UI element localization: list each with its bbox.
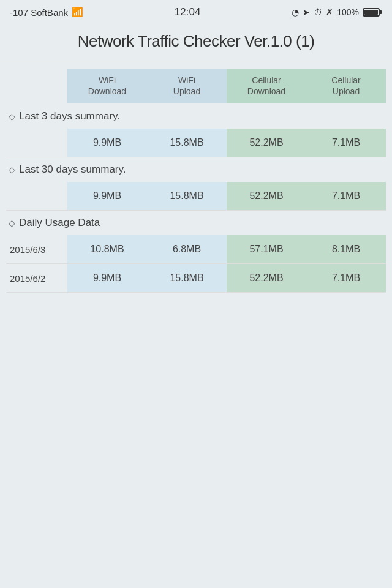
cell-wifi-upload: 15.8MB: [147, 264, 227, 292]
cell-cellular-upload: 7.1MB: [306, 182, 386, 210]
section-header-30days: ◇ Last 30 days summary.: [6, 157, 386, 182]
col-header-wifi-download: WiFiDownload: [67, 69, 147, 103]
row-label: [6, 182, 67, 210]
row-label-date2: 2015/6/2: [6, 264, 67, 292]
data-table: WiFiDownload WiFiUpload CellularDownload…: [0, 69, 392, 293]
battery-icon: [363, 8, 382, 17]
battery-percent: 100%: [337, 7, 359, 17]
row-label: [6, 129, 67, 157]
lock-icon: ◔: [292, 7, 299, 17]
bluetooth-icon: ✗: [326, 7, 333, 17]
section-label-30days: Last 30 days summary.: [19, 164, 126, 176]
carrier-signal: -107 SoftBank 📶: [10, 7, 83, 18]
alarm-icon: ⏱: [314, 7, 322, 17]
cell-cellular-download: 52.2MB: [227, 182, 306, 210]
main-content: WiFiDownload WiFiUpload CellularDownload…: [0, 69, 392, 293]
section-header-3days: ◇ Last 3 days summary.: [6, 104, 386, 129]
section-label-daily: Daily Usage Data: [19, 217, 100, 229]
cell-wifi-upload: 15.8MB: [147, 129, 227, 157]
cell-cellular-upload: 7.1MB: [306, 264, 386, 292]
carrier-text: -107 SoftBank: [10, 7, 68, 18]
cell-cellular-download: 57.1MB: [227, 235, 306, 263]
diamond-icon-3days: ◇: [9, 111, 15, 121]
diamond-icon-30days: ◇: [9, 165, 15, 175]
row-label-date1: 2015/6/3: [6, 235, 67, 263]
table-row: 9.9MB 15.8MB 52.2MB 7.1MB: [6, 129, 386, 157]
cell-wifi-download: 9.9MB: [67, 264, 147, 292]
cell-wifi-download: 9.9MB: [67, 129, 147, 157]
section-header-daily: ◇ Daily Usage Data: [6, 211, 386, 235]
status-bar: -107 SoftBank 📶 12:04 ◔ ➤ ⏱ ✗ 100%: [0, 0, 392, 24]
cell-cellular-upload: 8.1MB: [306, 235, 386, 263]
table-row: 9.9MB 15.8MB 52.2MB 7.1MB: [6, 182, 386, 211]
diamond-icon-daily: ◇: [9, 218, 15, 228]
cell-wifi-upload: 6.8MB: [147, 235, 227, 263]
table-row: 2015/6/3 10.8MB 6.8MB 57.1MB 8.1MB: [6, 235, 386, 264]
status-right-icons: ◔ ➤ ⏱ ✗ 100%: [292, 7, 382, 17]
column-headers: WiFiDownload WiFiUpload CellularDownload…: [67, 69, 386, 103]
wifi-icon: 📶: [72, 7, 83, 18]
col-header-cellular-download: CellularDownload: [227, 69, 306, 103]
app-title-bar: Network Traffic Checker Ver.1.0 (1): [0, 24, 392, 61]
section-label-3days: Last 3 days summary.: [19, 110, 120, 123]
location-icon: ➤: [303, 7, 310, 17]
time-display: 12:04: [175, 6, 201, 18]
cell-cellular-upload: 7.1MB: [306, 129, 386, 157]
cell-wifi-upload: 15.8MB: [147, 182, 227, 210]
table-row: 2015/6/2 9.9MB 15.8MB 52.2MB 7.1MB: [6, 264, 386, 293]
col-header-cellular-upload: CellularUpload: [306, 69, 386, 103]
app-title: Network Traffic Checker Ver.1.0 (1): [12, 32, 380, 51]
cell-cellular-download: 52.2MB: [227, 264, 306, 292]
cell-cellular-download: 52.2MB: [227, 129, 306, 157]
col-header-wifi-upload: WiFiUpload: [147, 69, 227, 103]
cell-wifi-download: 10.8MB: [67, 235, 147, 263]
cell-wifi-download: 9.9MB: [67, 182, 147, 210]
